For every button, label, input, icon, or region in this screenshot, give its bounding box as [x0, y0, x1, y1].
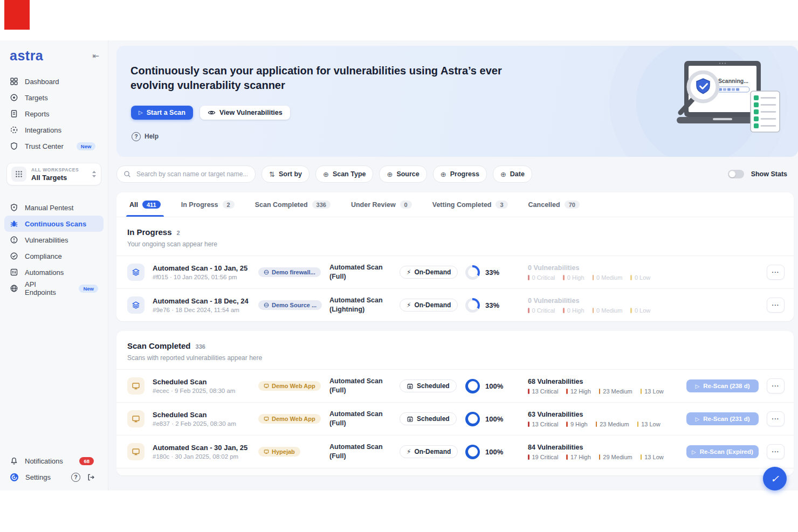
progress-ring [465, 265, 480, 280]
shield-icon [10, 142, 18, 150]
sidebar-item-continuous-scans[interactable]: Continuous Scans [4, 216, 104, 232]
filter-bar: ⇅ Sort by ⊕ Scan Type ⊕ Source ⊕ Progres… [116, 165, 798, 183]
progress-value: 100% [485, 382, 503, 390]
row-menu-button[interactable]: ··· [767, 444, 785, 459]
tab-scan-completed[interactable]: Scan Completed336 [255, 192, 331, 217]
monitor-icon [127, 410, 145, 427]
workspace-selector[interactable]: ALL WORKSPACES All Targets [6, 163, 101, 185]
scan-row[interactable]: Scheduled Scan #e837 · 2 Feb 2025, 08:30… [116, 402, 794, 435]
collapse-sidebar-icon[interactable]: ⇤ [92, 51, 99, 61]
sidebar-item-api-endpoints[interactable]: API Endpoints New [4, 280, 104, 296]
scan-meta: #9e76 · 18 Dec 2024, 11:54 am [153, 307, 258, 313]
report-icon [10, 109, 18, 118]
recording-indicator [4, 0, 30, 30]
globe-icon [10, 284, 18, 293]
filter-scan-type[interactable]: ⊕ Scan Type [315, 165, 374, 183]
sidebar-item-integrations[interactable]: Integrations [4, 122, 104, 138]
sidebar-item-settings[interactable]: Settings ? [4, 469, 104, 485]
partial-next-row [116, 468, 794, 475]
vulnerability-summary: 0 Vulnerabilities 0 Critical 0 High 0 Me… [528, 264, 686, 281]
scan-tabs: All411 In Progress2 Scan Completed336 Un… [116, 192, 794, 217]
scan-row[interactable]: Automated Scan - 30 Jan, 25 #180c · 30 J… [116, 435, 794, 468]
sidebar-item-compliance[interactable]: Compliance [4, 248, 104, 264]
search-box[interactable] [116, 165, 256, 183]
globe-icon [264, 270, 269, 275]
target-badge[interactable]: Demo Source ... [258, 300, 322, 310]
sort-icon: ⇅ [269, 170, 275, 178]
rescan-button[interactable]: ▷Re-Scan (Expired) [686, 445, 759, 458]
row-menu-button[interactable]: ··· [767, 378, 785, 393]
astra-logo: astra [10, 48, 43, 64]
filter-source[interactable]: ⊕ Source [379, 165, 426, 183]
automations-icon [10, 268, 18, 277]
play-icon: ▷ [696, 383, 700, 389]
start-scan-button[interactable]: ▷ Start a Scan [131, 106, 193, 120]
scan-name: Scheduled Scan [153, 378, 258, 386]
sidebar-item-manual-pentest[interactable]: Manual Pentest [4, 199, 104, 216]
progress-value: 100% [485, 415, 503, 423]
filter-progress[interactable]: ⊕ Progress [433, 165, 487, 183]
tab-vetting-completed[interactable]: Vetting Completed3 [432, 192, 508, 217]
play-icon: ▷ [696, 416, 700, 422]
scan-completed-card: Scan Completed336 Scans with reported vu… [116, 331, 794, 475]
alert-circle-icon [10, 236, 18, 244]
row-menu-button[interactable]: ··· [767, 265, 785, 280]
scan-meta: #f015 · 10 Jan 2025, 01:56 pm [153, 274, 258, 280]
tab-under-review[interactable]: Under Review0 [351, 192, 412, 217]
progress-ring [465, 412, 480, 426]
svg-text:Scanning...: Scanning... [718, 78, 748, 84]
scan-row[interactable]: Automated Scan - 18 Dec, 24 #9e76 · 18 D… [116, 288, 794, 321]
search-input[interactable] [135, 170, 249, 178]
new-badge: New [79, 285, 98, 293]
vulnerability-summary: 63 Vulnerabilities 13 Critical 9 High 23… [528, 411, 686, 427]
row-menu-button[interactable]: ··· [767, 298, 785, 313]
section-header: Scan Completed336 Scans with reported vu… [116, 331, 794, 369]
section-header: In Progress2 Your ongoing scan appear he… [116, 217, 794, 255]
bell-icon [10, 457, 18, 465]
layers-icon [127, 264, 145, 281]
target-badge[interactable]: Demo firewall... [258, 267, 321, 277]
sort-by-button[interactable]: ⇅ Sort by [262, 165, 309, 183]
monitor-icon [264, 416, 269, 422]
search-icon [123, 170, 131, 178]
primary-nav: Dashboard Targets Reports Integrations T… [0, 73, 108, 154]
scan-row[interactable]: Automated Scan - 10 Jan, 25 #f015 · 10 J… [116, 255, 794, 288]
rescan-button[interactable]: ▷Re-Scan (238 d) [686, 379, 759, 392]
scan-name: Automated Scan - 30 Jan, 25 [153, 444, 258, 452]
show-stats-toggle[interactable] [728, 170, 744, 178]
chevron-updown-icon [92, 170, 97, 178]
source-pill: Scheduled [400, 412, 457, 425]
help-circle-icon[interactable]: ? [71, 473, 80, 482]
progress-value: 100% [485, 448, 503, 456]
tab-in-progress[interactable]: In Progress2 [181, 192, 235, 217]
chat-fab-button[interactable]: ✓ [763, 467, 787, 490]
target-badge[interactable]: Demo Web App [258, 381, 321, 391]
progress-ring [465, 298, 480, 313]
eye-icon [208, 109, 216, 116]
notification-count-badge: 68 [79, 457, 94, 465]
tab-all[interactable]: All411 [129, 192, 161, 217]
integrations-icon [10, 126, 18, 134]
sidebar-item-reports[interactable]: Reports [4, 106, 104, 122]
bolt-icon: ⚡ [407, 301, 411, 309]
workspace-grid-icon [11, 167, 26, 182]
sidebar-item-targets[interactable]: Targets [4, 89, 104, 106]
logout-icon[interactable] [87, 473, 95, 481]
target-badge[interactable]: Demo Web App [258, 414, 321, 424]
target-badge[interactable]: Hypejab [258, 447, 300, 457]
hero-banner: Continuously scan your application for v… [116, 46, 798, 157]
sidebar-item-vulnerabilities[interactable]: Vulnerabilities [4, 232, 104, 248]
check-icon: ✓ [771, 473, 779, 485]
scan-type: Automated Scan(Full) [329, 263, 400, 281]
tab-cancelled[interactable]: Cancelled70 [528, 192, 580, 217]
filter-date[interactable]: ⊕ Date [493, 165, 532, 183]
sidebar-item-trust-center[interactable]: Trust Center New [4, 138, 104, 154]
sidebar-item-dashboard[interactable]: Dashboard [4, 73, 104, 89]
plus-circle-icon: ⊕ [323, 170, 329, 178]
row-menu-button[interactable]: ··· [767, 411, 785, 426]
view-vulnerabilities-button[interactable]: View Vulnerabilities [200, 106, 290, 120]
rescan-button[interactable]: ▷Re-Scan (231 d) [686, 412, 759, 425]
scan-row[interactable]: Scheduled Scan #ecec · 9 Feb 2025, 08:30… [116, 369, 794, 402]
sidebar-item-automations[interactable]: Automations [4, 264, 104, 280]
sidebar-item-notifications[interactable]: Notifications 68 [4, 453, 104, 469]
